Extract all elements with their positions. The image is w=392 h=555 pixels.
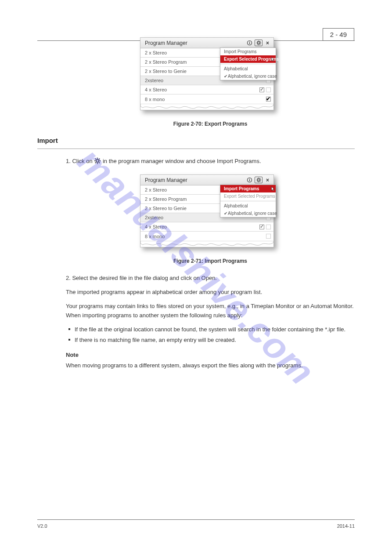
svg-point-12 [96,160,99,162]
gear-icon[interactable] [255,40,263,46]
menu-separator [220,201,276,201]
svg-line-9 [259,44,260,44]
svg-point-24 [257,179,259,181]
svg-point-3 [257,42,259,44]
menu-item-export[interactable]: Export Selected Programs [220,55,276,63]
svg-rect-2 [249,41,250,42]
menu-item-import[interactable]: Import Programs [220,48,276,55]
figure-import-programs: Program Manager × 2 x Stereo 2 x Stereo … [140,174,281,247]
menu-item-export[interactable]: Export Selected Programs [220,192,276,200]
svg-rect-22 [249,179,250,181]
cursor-icon [270,57,275,62]
figure-caption: Figure 2-71: Import Programs [66,258,355,264]
program-manager-window: Program Manager × 2 x Stereo 2 x Stereo … [140,37,274,110]
torn-edge [140,104,273,110]
figure-caption: Figure 2-70: Export Programs [66,121,355,127]
section-rule [37,149,355,149]
body-text-continued: 2. Select the desired file in the file d… [66,274,355,370]
info-icon[interactable] [246,40,253,46]
checkbox-checked-icon[interactable] [266,97,271,102]
section-heading-import: Import [37,137,355,144]
note-body: When moving programs to a different syst… [66,361,355,370]
close-icon[interactable]: × [264,40,271,46]
paragraph: Your programs may contain links to files… [66,302,355,319]
window-title: Program Manager [145,40,246,46]
list-item: If the file at the original location can… [66,325,355,334]
settings-dropdown: Import Programs Export Selected Programs… [220,185,276,218]
program-manager-titlebar: Program Manager × [140,175,273,185]
checkbox-icon[interactable] [266,225,271,229]
menu-item-alpha-ignorecase[interactable]: ✔Alphabetical, ignore case [220,210,276,217]
checkbox-icon[interactable] [266,87,271,92]
checkbox-checked-icon[interactable] [259,225,264,229]
menu-item-alpha-ignorecase[interactable]: ✔Alphabetical, ignore case [220,73,276,80]
svg-line-8 [257,41,257,42]
svg-line-19 [99,159,100,160]
checkbox-icon[interactable] [266,234,271,239]
list-item[interactable]: 4 x Stereo [140,85,273,94]
close-icon[interactable]: × [264,177,271,183]
menu-item-import[interactable]: Import Programs [220,185,276,192]
svg-line-31 [259,178,260,179]
footer-date: 2014-11 [337,523,355,529]
cursor-icon [270,186,275,192]
window-title: Program Manager [145,177,246,183]
note-heading: Note [66,351,355,359]
program-manager-titlebar: Program Manager × [140,38,273,48]
svg-line-29 [257,178,257,179]
figure-export-programs: Program Manager × 2 x Stereo 2 x Stereo … [140,37,281,110]
footer-version: V2.0 [37,523,47,529]
menu-item-alpha[interactable]: Alphabetical [220,202,276,210]
step-1: 1. Click on in the program manager windo… [66,157,355,166]
info-icon[interactable] [246,177,253,183]
svg-line-17 [95,159,96,160]
gear-icon [94,157,101,164]
svg-line-18 [99,162,100,163]
svg-line-10 [259,41,260,42]
list-item[interactable]: 8 x mono [140,94,273,104]
svg-line-11 [257,44,257,44]
bullet-list: If the file at the original location can… [66,325,355,345]
svg-rect-1 [249,42,250,44]
svg-rect-23 [249,178,250,179]
checkbox-checked-icon[interactable] [259,87,264,92]
gear-icon[interactable] [255,177,263,183]
svg-line-30 [259,181,260,181]
settings-dropdown: Import Programs Export Selected Programs… [220,47,276,80]
paragraph: The imported programs appear in alphabet… [66,288,355,297]
page-footer: V2.0 2014-11 [37,519,355,529]
page-number-badge: 2 - 49 [323,28,354,41]
torn-edge [140,241,273,247]
menu-separator [220,64,276,64]
svg-line-32 [257,181,257,181]
body-text: 1. Click on in the program manager windo… [66,157,355,166]
menu-item-alpha[interactable]: Alphabetical [220,65,276,73]
program-manager-window: Program Manager × 2 x Stereo 2 x Stereo … [140,174,274,247]
list-item: If there is no matching file name, an em… [66,336,355,345]
list-item[interactable]: 8 x mono [140,232,273,241]
step-2: 2. Select the desired file in the file d… [66,274,355,283]
svg-line-20 [95,162,96,163]
list-item[interactable]: 4 x Stereo [140,222,273,232]
